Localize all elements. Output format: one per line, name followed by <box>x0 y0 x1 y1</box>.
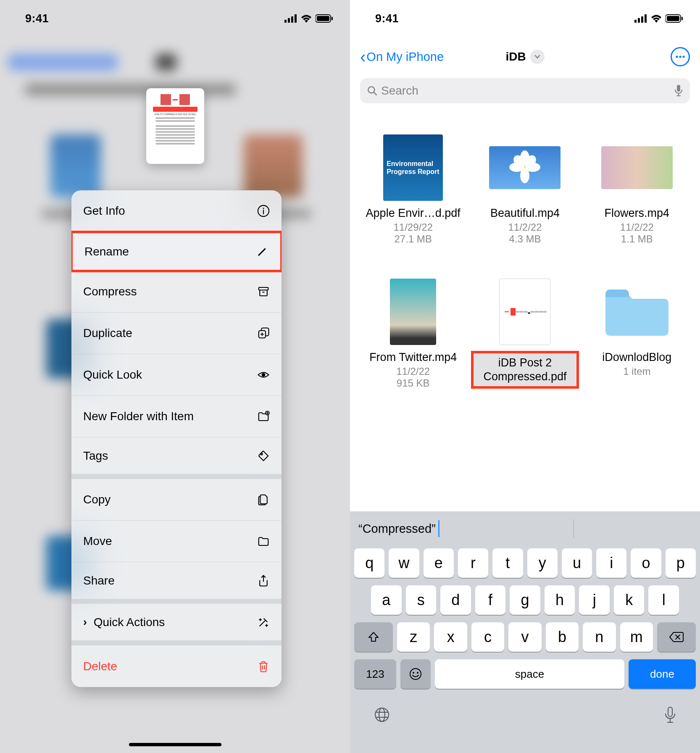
back-button[interactable]: ‹ On My iPhone <box>360 50 444 64</box>
file-size: 915 KB <box>397 377 430 389</box>
search-field[interactable]: Search <box>360 78 690 103</box>
mic-icon <box>664 706 676 724</box>
menu-rename[interactable]: Rename <box>71 231 282 272</box>
key-k[interactable]: k <box>614 585 645 615</box>
key-i[interactable]: i <box>596 548 626 578</box>
file-date: 11/2/22 <box>508 221 542 233</box>
menu-quick-actions[interactable]: ›Quick Actions <box>71 604 282 645</box>
key-c[interactable]: c <box>471 622 504 652</box>
key-backspace[interactable] <box>657 622 696 652</box>
key-f[interactable]: f <box>475 585 506 615</box>
file-date: 11/2/22 <box>396 366 430 377</box>
menu-copy[interactable]: Copy <box>71 479 282 521</box>
file-item[interactable]: From Twitter.mp4 11/2/22 915 KB <box>359 279 467 389</box>
key-r[interactable]: r <box>458 548 488 578</box>
keyboard-suggestion-bar[interactable]: “Compressed” <box>350 511 700 546</box>
key-p[interactable]: p <box>666 548 696 578</box>
key-shift[interactable] <box>354 622 393 652</box>
key-z[interactable]: z <box>397 622 430 652</box>
key-done[interactable]: done <box>629 659 696 689</box>
key-u[interactable]: u <box>562 548 592 578</box>
file-item[interactable]: Flowers.mp4 11/2/22 1.1 MB <box>583 134 691 245</box>
svg-rect-14 <box>634 20 637 23</box>
more-options-button[interactable] <box>671 47 690 66</box>
status-time: 9:41 <box>375 12 399 25</box>
key-q[interactable]: q <box>354 548 384 578</box>
svg-rect-38 <box>668 707 672 716</box>
dictation-button[interactable] <box>664 706 676 728</box>
svg-rect-17 <box>645 14 647 23</box>
key-g[interactable]: g <box>510 585 540 615</box>
svg-rect-5 <box>317 16 329 21</box>
key-emoji[interactable] <box>400 659 431 689</box>
key-t[interactable]: t <box>492 548 523 578</box>
svg-rect-15 <box>638 18 640 23</box>
shift-icon <box>367 631 380 643</box>
menu-quick-look[interactable]: Quick Look <box>71 354 282 396</box>
menu-get-info[interactable]: Get Info <box>71 190 282 232</box>
file-name: Beautiful.mp4 <box>490 207 560 220</box>
menu-delete[interactable]: Delete <box>71 645 282 687</box>
file-date: 11/29/22 <box>393 221 432 233</box>
key-h[interactable]: h <box>545 585 575 615</box>
status-icons <box>284 14 333 23</box>
navigation-bar: ‹ On My iPhone iDB <box>350 42 700 71</box>
key-n[interactable]: n <box>583 622 616 652</box>
menu-share[interactable]: Share <box>71 562 282 604</box>
file-thumbnail <box>390 279 436 345</box>
svg-rect-16 <box>641 16 643 23</box>
key-y[interactable]: y <box>527 548 558 578</box>
mic-icon[interactable] <box>674 84 683 97</box>
pencil-icon <box>256 245 268 258</box>
keyboard-row-4: 123 space done <box>354 659 696 689</box>
doc-title-stripe <box>153 107 197 112</box>
key-space[interactable]: space <box>435 659 624 689</box>
share-icon <box>257 574 270 587</box>
file-size: 4.3 MB <box>509 233 541 245</box>
folder-name: iDownlodBlog <box>602 351 671 364</box>
key-b[interactable]: b <box>546 622 579 652</box>
key-w[interactable]: w <box>389 548 419 578</box>
folder-item[interactable]: iDownlodBlog 1 item <box>583 279 691 389</box>
key-s[interactable]: s <box>406 585 437 615</box>
key-e[interactable]: e <box>424 548 454 578</box>
key-d[interactable]: d <box>440 585 471 615</box>
folder-icon <box>257 535 270 548</box>
file-date: 11/2/22 <box>620 221 654 233</box>
menu-move[interactable]: Move <box>71 521 282 562</box>
folder-item-count: 1 item <box>623 366 650 377</box>
key-x[interactable]: x <box>434 622 467 652</box>
menu-duplicate[interactable]: Duplicate <box>71 313 282 354</box>
file-rename-input[interactable]: iDB Post 2 Compressed.pdf <box>471 351 579 389</box>
keyboard-row-1: q w e r t y u i o p <box>354 548 696 578</box>
key-123[interactable]: 123 <box>354 659 396 689</box>
svg-point-8 <box>263 208 264 209</box>
key-l[interactable]: l <box>648 585 679 615</box>
chevron-right-icon: › <box>83 616 87 629</box>
key-j[interactable]: j <box>579 585 610 615</box>
menu-tags[interactable]: Tags <box>71 437 282 479</box>
duplicate-icon <box>257 327 270 340</box>
globe-icon <box>374 706 390 723</box>
file-name: Apple Envir…d.pdf <box>366 207 461 220</box>
archive-icon <box>257 285 270 298</box>
key-o[interactable]: o <box>631 548 661 578</box>
file-size: 1.1 MB <box>621 233 653 245</box>
svg-rect-1 <box>288 18 290 23</box>
key-a[interactable]: a <box>371 585 402 615</box>
globe-button[interactable] <box>374 706 390 728</box>
file-item[interactable]: Beautiful.mp4 11/2/22 4.3 MB <box>471 134 579 245</box>
battery-icon <box>316 14 333 23</box>
svg-point-11 <box>262 373 266 377</box>
file-item[interactable]: Environmental Progress Report Apple Envi… <box>359 134 467 245</box>
key-m[interactable]: m <box>620 622 653 652</box>
svg-point-37 <box>379 708 385 721</box>
file-item-renaming[interactable]: iDB Post 2 Compressed.pdf <box>471 279 579 389</box>
menu-new-folder-with-item[interactable]: New Folder with Item <box>71 396 282 437</box>
key-v[interactable]: v <box>508 622 541 652</box>
cellular-icon <box>634 14 647 23</box>
file-thumbnail <box>499 279 550 345</box>
menu-compress[interactable]: Compress <box>71 271 282 313</box>
title-dropdown-button[interactable] <box>530 50 545 64</box>
svg-point-35 <box>417 672 418 674</box>
